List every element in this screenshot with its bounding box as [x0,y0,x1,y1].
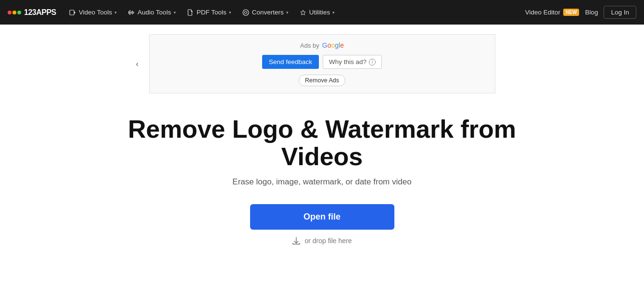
page-title: Remove Logo & Watermark from Videos [106,116,539,170]
pdf-icon [187,9,194,16]
nav-label-utilities: Utilities [309,9,330,16]
chevron-down-icon-utilities: ▾ [332,10,335,15]
logo-text: 123APPS [24,8,56,17]
info-icon: i [369,59,376,65]
blog-link[interactable]: Blog [585,9,598,16]
logo[interactable]: 123APPS [8,8,56,17]
ad-buttons-row: Send feedback Why this ad? i [262,55,382,69]
video-editor-label: Video Editor [525,9,560,16]
nav-label-converters: Converters [252,9,284,16]
ad-inner: Ads by Google Send feedback Why this ad?… [150,35,495,93]
ad-container: ‹ Ads by Google Send feedback Why this a… [149,34,495,93]
open-file-button[interactable]: Open file [250,204,394,230]
nav-item-pdf-tools[interactable]: PDF Tools ▾ [182,6,236,19]
chevron-down-icon-converters: ▾ [286,10,289,15]
svg-rect-6 [133,12,134,13]
send-feedback-button[interactable]: Send feedback [262,55,319,69]
logo-dot-green [17,11,21,14]
ads-by-label: Ads by [300,42,319,49]
svg-rect-0 [70,10,74,15]
video-icon [69,9,76,16]
navbar: 123APPS Video Tools ▾ [0,0,644,25]
login-button[interactable]: Log In [604,6,636,19]
nav-item-converters[interactable]: Converters ▾ [237,6,293,19]
logo-dot-yellow [13,11,16,14]
why-this-ad-label: Why this ad? [329,58,366,65]
svg-rect-4 [131,12,132,13]
utilities-icon [299,9,307,16]
nav-label-video-tools: Video Tools [79,9,112,16]
svg-rect-3 [130,10,131,15]
nav-item-utilities[interactable]: Utilities ▾ [294,6,340,19]
svg-rect-2 [128,11,129,14]
chevron-down-icon: ▾ [114,10,117,15]
google-label: Google [322,41,344,49]
new-badge: NEW [563,9,579,16]
chevron-down-icon-pdf: ▾ [229,10,231,15]
converters-icon [242,9,250,16]
nav-item-video-tools[interactable]: Video Tools ▾ [64,6,122,19]
main-content: ‹ Ads by Google Send feedback Why this a… [0,25,644,245]
drop-area[interactable]: or drop file here [292,236,352,245]
chevron-down-icon-audio: ▾ [174,10,176,15]
logo-dot-red [8,11,12,14]
nav-item-audio-tools[interactable]: Audio Tools ▾ [123,6,181,19]
video-editor-button[interactable]: Video Editor NEW [525,9,580,16]
ads-by-google: Ads by Google [300,41,344,49]
svg-marker-1 [74,11,76,14]
drop-label: or drop file here [304,237,352,245]
page-subtitle: Erase logo, image, watermark, or date fr… [232,177,411,187]
audio-icon [127,9,135,16]
svg-rect-5 [132,11,133,14]
nav-right: Video Editor NEW Blog Log In [525,6,636,19]
nav-items: Video Tools ▾ Audio Tools ▾ [64,6,523,19]
drop-icon [292,236,301,245]
why-this-ad-button[interactable]: Why this ad? i [323,55,382,69]
remove-ads-button[interactable]: Remove Ads [299,75,345,86]
back-arrow-icon[interactable]: ‹ [136,60,139,68]
svg-point-9 [243,10,249,15]
logo-dots [8,11,21,14]
nav-label-pdf-tools: PDF Tools [197,9,227,16]
nav-label-audio-tools: Audio Tools [138,9,171,16]
